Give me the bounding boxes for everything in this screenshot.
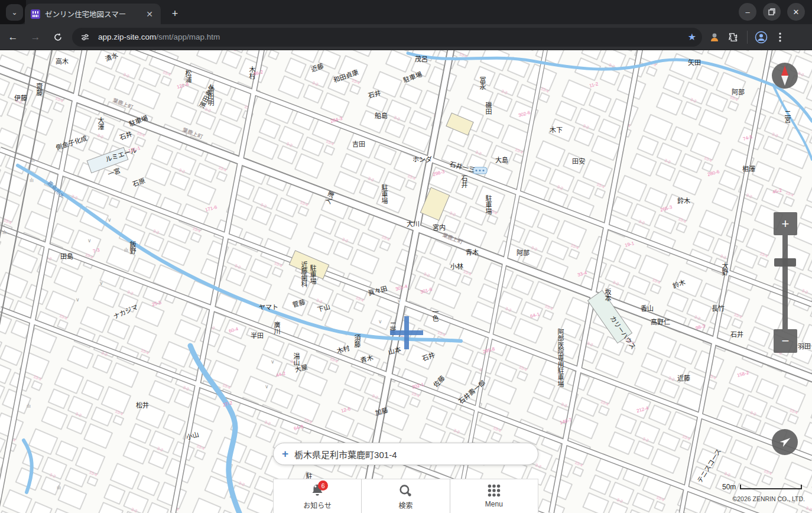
back-button[interactable]: ← — [4, 28, 22, 47]
map-label: 冨永 — [479, 77, 486, 90]
nav-search-label: 検索 — [398, 500, 413, 510]
zoom-slider-track[interactable] — [782, 235, 788, 329]
close-window-button[interactable]: ✕ — [787, 3, 805, 21]
grass-symbol: ılı — [30, 177, 34, 183]
tab-close-icon[interactable]: ✕ — [144, 9, 155, 20]
zoom-in-button[interactable]: + — [774, 212, 797, 235]
map-label: 一色 — [431, 309, 439, 322]
bottom-nav-bar: 6 お知らせ 検索 Menu — [273, 479, 538, 513]
map-label: 大野 — [721, 262, 729, 275]
map-label: 湯山 — [293, 353, 300, 366]
map-label: 齋藤 — [35, 82, 43, 96]
site-settings-icon[interactable] — [78, 30, 92, 44]
url-text: app.zip-site.com/smt/app/map.htm — [98, 33, 220, 41]
map-label: 阿部 — [517, 249, 530, 256]
nav-menu[interactable]: Menu — [450, 479, 538, 513]
address-search-bar[interactable]: + 栃木県足利市葉鹿町301-4 — [273, 443, 538, 465]
compass-needle-icon — [777, 64, 792, 87]
zoom-out-button[interactable]: − — [774, 329, 797, 353]
zoom-slider-handle[interactable] — [774, 258, 796, 267]
map-label: 茂呂 — [415, 55, 428, 63]
map-label: 飯野 — [129, 241, 137, 254]
map-label: ヤマト — [259, 304, 278, 311]
notification-badge: 6 — [318, 480, 328, 491]
grass-symbol: ılı — [124, 247, 128, 253]
map-label: 半田 — [251, 332, 264, 339]
plus-crosshair-icon: + — [282, 447, 288, 460]
map-label: 相澤 — [742, 165, 755, 173]
map-label: 青木 — [466, 249, 479, 256]
map-label: 二宮 — [784, 110, 791, 124]
map-label: 大島 — [495, 156, 508, 164]
compass-button[interactable] — [772, 63, 798, 89]
grass-symbol: ılı — [31, 157, 35, 163]
map-label: 吉田 — [352, 141, 365, 148]
browser-tab[interactable]: ゼンリン住宅地図スマー ✕ — [25, 4, 161, 24]
profile-avatar-icon[interactable] — [753, 30, 769, 45]
grass-symbol: ılı — [57, 485, 61, 491]
scale-label: 50m — [722, 483, 736, 491]
map-label: 駐車場 — [381, 184, 388, 204]
map-label: 田安 — [572, 157, 585, 165]
map-label: 大澤 — [97, 116, 105, 130]
url-path: /smt/app/map.htm — [156, 33, 220, 41]
map-label: 船島 — [375, 112, 388, 119]
map-label: 須藤 — [353, 335, 361, 348]
check-symbol: ∨ — [76, 297, 80, 303]
tab-title: ゼンリン住宅地図スマー — [45, 8, 139, 20]
map-label: 田島 — [60, 252, 73, 260]
map-label: 伊藤 — [14, 95, 27, 102]
scale-bar — [740, 485, 802, 489]
url-host: app.zip-site.com — [98, 33, 156, 41]
map-label: 矢田 — [688, 59, 701, 66]
restore-button[interactable] — [763, 3, 781, 21]
extension-avatar-icon[interactable] — [707, 30, 722, 45]
map-label: 鈴木 — [677, 197, 690, 204]
forward-button[interactable]: → — [26, 28, 45, 47]
current-location-button[interactable] — [772, 429, 798, 455]
reload-button[interactable] — [48, 28, 67, 47]
search-icon — [398, 483, 413, 498]
tab-strip: ⌄ ゼンリン住宅地図スマー ✕ + – ✕ — [0, 0, 812, 24]
address-search-value: 栃木県足利市葉鹿町301-4 — [294, 448, 397, 460]
extensions-puzzle-icon[interactable] — [726, 30, 741, 45]
bookmark-star-icon[interactable]: ★ — [688, 31, 696, 43]
check-symbol: ∨ — [397, 298, 401, 304]
new-tab-button[interactable]: + — [167, 5, 183, 22]
map-label: 小林 — [450, 262, 463, 270]
check-symbol: ∨ — [87, 238, 92, 243]
kebab-menu-icon[interactable] — [772, 30, 788, 45]
map-label: 高木 — [56, 57, 69, 65]
map-label: 木下 — [550, 126, 563, 134]
map-label: 阿部 — [732, 88, 745, 96]
url-bar[interactable]: app.zip-site.com/smt/app/map.htm ★ — [72, 28, 702, 47]
map-label: ホンダ — [413, 155, 432, 163]
check-symbol: ∨ — [265, 384, 269, 389]
browser-window: ⌄ ゼンリン住宅地図スマー ✕ + – ✕ ← → — [0, 0, 812, 513]
zenrin-favicon — [31, 9, 40, 19]
map-label: 駐車場 — [485, 194, 492, 215]
check-symbol: ∨ — [108, 217, 112, 223]
map-label: 大川 — [407, 220, 420, 228]
map-label: 松井 — [136, 401, 149, 409]
tab-search-button[interactable]: ⌄ — [6, 4, 23, 21]
map-label: 石井 — [460, 175, 468, 189]
map-label: 駐車場 — [309, 264, 317, 285]
browser-toolbar: ← → app.zip-site.com/smt/app/map.htm ★ — [0, 24, 812, 50]
map-label: 磯田 — [485, 102, 492, 115]
check-symbol: ∨ — [271, 359, 275, 365]
map-copyright: ©2026 ZENRIN CO., LTD. — [675, 495, 805, 502]
grid-menu-icon — [486, 483, 502, 498]
minimize-button[interactable]: – — [739, 3, 756, 21]
restore-icon — [768, 8, 775, 15]
map-label: 近藤歯科 — [300, 261, 308, 287]
nav-notifications[interactable]: 6 お知らせ — [274, 479, 361, 513]
nav-search[interactable]: 検索 — [361, 479, 449, 513]
map-label: 長竹 — [712, 304, 725, 312]
map-label: 松浦 — [184, 69, 192, 83]
grass-symbol: ılı — [27, 403, 31, 409]
map-label: 阿部医院専用駐車場 — [557, 329, 564, 388]
map-label: 宮内 — [433, 223, 446, 231]
map-label: 石井 — [730, 330, 743, 338]
map-label: 坂本 — [604, 288, 612, 302]
